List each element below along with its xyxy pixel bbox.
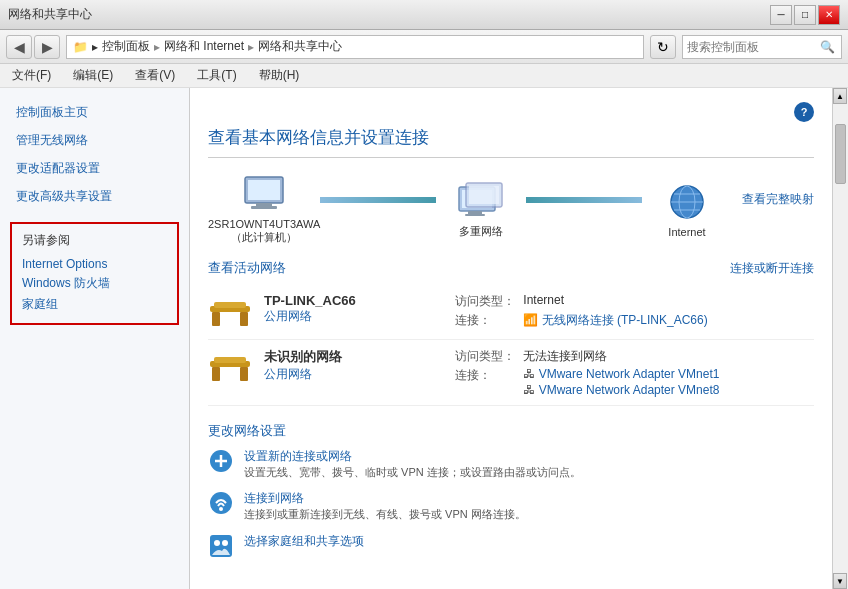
internet-globe-icon (662, 182, 712, 222)
scrollbar-up[interactable]: ▲ (833, 88, 847, 104)
vmware-link-vmnet1[interactable]: VMware Network Adapter VMnet1 (539, 367, 720, 381)
network-tplink-name: TP-LINK_AC66 (264, 293, 443, 308)
network-unknown-info: 未识别的网络 公用网络 (264, 348, 443, 383)
view-full-map[interactable]: 查看完整映射 (742, 191, 814, 208)
menu-view[interactable]: 查看(V) (131, 65, 179, 86)
net-arrow-2 (526, 197, 642, 203)
vmware-link-vmnet8[interactable]: VMware Network Adapter VMnet8 (539, 383, 720, 397)
settings-link-connect[interactable]: 连接到网络 (244, 490, 526, 507)
network-item-unknown: 未识别的网络 公用网络 访问类型： 无法连接到网络 连接： 🖧 VMware N… (208, 340, 814, 406)
search-box[interactable]: 🔍 (682, 35, 842, 59)
svg-point-30 (222, 540, 228, 546)
settings-text-homegroup: 选择家庭组和共享选项 (244, 533, 364, 550)
also-see-homegroup[interactable]: 家庭组 (22, 294, 167, 315)
access-type-label-2: 访问类型： (455, 348, 515, 365)
network-unknown-details: 访问类型： 无法连接到网络 连接： 🖧 VMware Network Adapt… (455, 348, 814, 397)
svg-rect-21 (240, 367, 248, 381)
sidebar-link-adapter[interactable]: 更改适配器设置 (0, 154, 189, 182)
connect-disconnect-link[interactable]: 连接或断开连接 (730, 260, 814, 277)
scrollbar-down[interactable]: ▼ (833, 573, 847, 589)
svg-rect-2 (256, 203, 272, 206)
network-tplink-info: TP-LINK_AC66 公用网络 (264, 293, 443, 325)
path-sep-1: ▸ (154, 40, 160, 54)
net-node-internet: Internet (642, 182, 732, 238)
homegroup-icon (208, 533, 234, 559)
network-unknown-name: 未识别的网络 (264, 348, 443, 366)
wireless-link-tplink[interactable]: 无线网络连接 (TP-LINK_AC66) (542, 313, 708, 327)
network-unknown-type[interactable]: 公用网络 (264, 366, 443, 383)
refresh-button[interactable]: ↻ (650, 35, 676, 59)
access-type-value-1: Internet (523, 293, 814, 310)
svg-rect-17 (240, 312, 248, 326)
connect-value-1: 📶 无线网络连接 (TP-LINK_AC66) (523, 312, 814, 329)
nav-buttons: ◀ ▶ (6, 35, 60, 59)
close-button[interactable]: ✕ (818, 5, 840, 25)
node-computer-label: 2SR1OWNT4UT3AWA （此计算机） (208, 218, 320, 245)
settings-desc-connect: 连接到或重新连接到无线、有线、拨号或 VPN 网络连接。 (244, 508, 526, 520)
menu-help[interactable]: 帮助(H) (255, 65, 304, 86)
settings-item-new-connection: 设置新的连接或网络 设置无线、宽带、拨号、临时或 VPN 连接；或设置路由器或访… (208, 448, 814, 480)
scrollbar[interactable]: ▲ ▼ (832, 88, 848, 589)
settings-link-homegroup[interactable]: 选择家庭组和共享选项 (244, 533, 364, 550)
connect-label-1: 连接： (455, 312, 515, 329)
settings-desc-new-connection: 设置无线、宽带、拨号、临时或 VPN 连接；或设置路由器或访问点。 (244, 466, 581, 478)
sidebar-link-home[interactable]: 控制面板主页 (0, 98, 189, 126)
multi-network-icon (456, 180, 506, 220)
sidebar: 控制面板主页 管理无线网络 更改适配器设置 更改高级共享设置 另请参阅 Inte… (0, 88, 190, 589)
settings-section-title: 更改网络设置 (208, 422, 814, 440)
net-node-multi: 多重网络 (436, 180, 526, 239)
computer-icon (239, 174, 289, 214)
svg-point-29 (214, 540, 220, 546)
network-diagram: 2SR1OWNT4UT3AWA （此计算机） 多重网络 (208, 174, 814, 245)
menu-tools[interactable]: 工具(T) (193, 65, 240, 86)
also-see-internet-options[interactable]: Internet Options (22, 255, 167, 273)
connect-value-2: 🖧 VMware Network Adapter VMnet1 🖧 VMware… (523, 367, 814, 397)
menu-edit[interactable]: 编辑(E) (69, 65, 117, 86)
network-tplink-type[interactable]: 公用网络 (264, 308, 443, 325)
scrollbar-thumb[interactable] (835, 124, 846, 184)
network-bench-icon-1 (208, 293, 252, 331)
settings-text-new-connection: 设置新的连接或网络 设置无线、宽带、拨号、临时或 VPN 连接；或设置路由器或访… (244, 448, 581, 480)
menu-file[interactable]: 文件(F) (8, 65, 55, 86)
node-multi-label: 多重网络 (459, 224, 503, 239)
svg-rect-3 (251, 206, 277, 209)
settings-item-homegroup: 选择家庭组和共享选项 (208, 533, 814, 559)
folder-icon: 📁 (73, 40, 88, 54)
net-node-computer: 2SR1OWNT4UT3AWA （此计算机） (208, 174, 320, 245)
title-bar: 网络和共享中心 ─ □ ✕ (0, 0, 848, 30)
net-arrow-1 (320, 197, 436, 203)
back-button[interactable]: ◀ (6, 35, 32, 59)
forward-button[interactable]: ▶ (34, 35, 60, 59)
active-networks-header: 查看活动网络 连接或断开连接 (208, 259, 814, 277)
connect-label-2: 连接： (455, 367, 515, 397)
path-network-sharing[interactable]: 网络和共享中心 (258, 38, 342, 55)
main-layout: 控制面板主页 管理无线网络 更改适配器设置 更改高级共享设置 另请参阅 Inte… (0, 88, 848, 589)
path-sep-2: ▸ (248, 40, 254, 54)
maximize-button[interactable]: □ (794, 5, 816, 25)
path-root: ▸ (92, 40, 98, 54)
settings-text-connect: 连接到网络 连接到或重新连接到无线、有线、拨号或 VPN 网络连接。 (244, 490, 526, 522)
network-tplink-details: 访问类型： Internet 连接： 📶 无线网络连接 (TP-LINK_AC6… (455, 293, 814, 329)
also-see-firewall[interactable]: Windows 防火墙 (22, 273, 167, 294)
connect-icon (208, 490, 234, 516)
sidebar-link-wireless[interactable]: 管理无线网络 (0, 126, 189, 154)
access-type-value-2: 无法连接到网络 (523, 348, 814, 365)
search-input[interactable] (687, 40, 817, 54)
path-network-internet[interactable]: 网络和 Internet (164, 38, 244, 55)
svg-rect-1 (248, 180, 280, 200)
minimize-button[interactable]: ─ (770, 5, 792, 25)
search-button[interactable]: 🔍 (817, 37, 837, 57)
content-title: 查看基本网络信息并设置连接 (208, 126, 814, 158)
window-title: 网络和共享中心 (8, 6, 92, 23)
content-area: ? 查看基本网络信息并设置连接 2SR1OWNT4UT3AWA （此计算机） (190, 88, 832, 589)
active-networks-title: 查看活动网络 (208, 259, 286, 277)
path-control-panel[interactable]: 控制面板 (102, 38, 150, 55)
address-path[interactable]: 📁 ▸ 控制面板 ▸ 网络和 Internet ▸ 网络和共享中心 (66, 35, 644, 59)
help-button[interactable]: ? (794, 102, 814, 122)
svg-rect-22 (214, 357, 246, 363)
network-bench-icon-2 (208, 348, 252, 386)
svg-rect-7 (465, 214, 485, 216)
settings-link-new-connection[interactable]: 设置新的连接或网络 (244, 448, 581, 465)
sidebar-link-sharing[interactable]: 更改高级共享设置 (0, 182, 189, 210)
access-type-label-1: 访问类型： (455, 293, 515, 310)
